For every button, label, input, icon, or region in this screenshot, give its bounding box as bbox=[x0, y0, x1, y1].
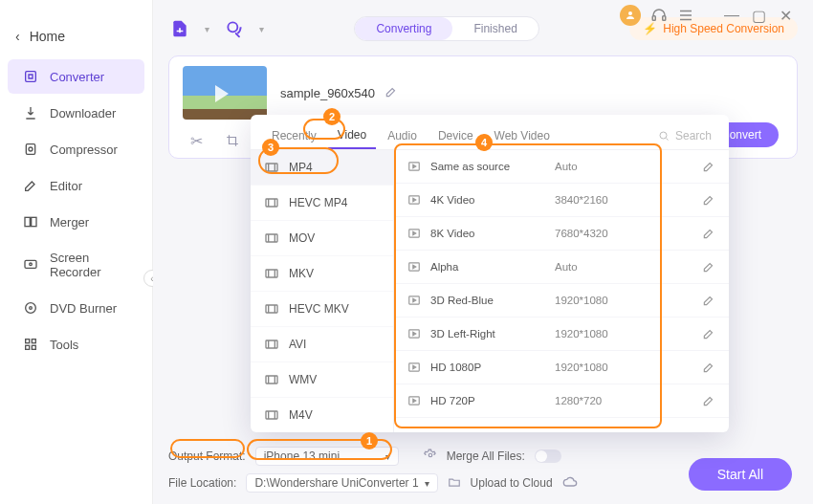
folder-icon[interactable] bbox=[448, 475, 461, 492]
svg-rect-12 bbox=[32, 345, 35, 349]
close-icon[interactable]: ✕ bbox=[777, 7, 794, 24]
status-tabs: Converting Finished bbox=[354, 16, 538, 41]
format-m4v[interactable]: M4V bbox=[251, 398, 393, 432]
tab-video[interactable]: Video bbox=[328, 122, 376, 149]
merge-label: Merge All Files: bbox=[447, 449, 525, 463]
edit-icon[interactable] bbox=[702, 327, 715, 340]
format-popover: Recently Video Audio Device Web Video Se… bbox=[251, 115, 729, 432]
format-hevc-mkv[interactable]: HEVC MKV bbox=[251, 292, 393, 327]
format-mkv[interactable]: MKV bbox=[251, 256, 393, 292]
settings-icon[interactable] bbox=[424, 449, 437, 465]
format-wmv[interactable]: WMV bbox=[251, 362, 393, 398]
search-input[interactable]: Search bbox=[658, 129, 717, 142]
annotation-badge-2: 2 bbox=[323, 108, 341, 125]
titlebar: — ▢ ✕ bbox=[608, 0, 805, 33]
format-list: MP4HEVC MP4MOVMKVHEVC MKVAVIWMVM4V bbox=[251, 150, 394, 432]
svg-point-2 bbox=[29, 147, 33, 151]
sidebar-item-converter[interactable]: Converter bbox=[8, 59, 144, 94]
sidebar-item-screen-recorder[interactable]: Screen Recorder bbox=[8, 241, 144, 289]
home-label: Home bbox=[30, 29, 65, 44]
resolution-row[interactable]: AlphaAuto bbox=[394, 251, 729, 284]
svg-point-16 bbox=[228, 22, 237, 32]
resolution-row[interactable]: 3D Red-Blue1920*1080 bbox=[394, 284, 729, 318]
chevron-down-icon: ▾ bbox=[425, 478, 429, 489]
svg-rect-11 bbox=[26, 345, 30, 349]
resolution-row[interactable]: Same as sourceAuto bbox=[394, 150, 729, 184]
format-hevc-mp4[interactable]: HEVC MP4 bbox=[251, 186, 393, 221]
sidebar-item-merger[interactable]: Merger bbox=[8, 205, 144, 239]
svg-rect-9 bbox=[26, 340, 30, 343]
play-icon bbox=[407, 227, 421, 240]
sidebar-item-editor[interactable]: Editor bbox=[8, 168, 144, 203]
file-name: sample_960x540 bbox=[280, 86, 375, 100]
cloud-icon[interactable] bbox=[562, 474, 578, 493]
svg-rect-4 bbox=[32, 217, 36, 226]
format-mov[interactable]: MOV bbox=[251, 221, 393, 256]
sidebar-item-tools[interactable]: Tools bbox=[8, 327, 144, 362]
play-icon bbox=[407, 160, 421, 173]
svg-rect-3 bbox=[25, 217, 30, 226]
headset-icon[interactable] bbox=[650, 7, 668, 24]
sidebar: ‹ Home ConverterDownloaderCompressorEdit… bbox=[0, 0, 153, 504]
chevron-down-icon[interactable]: ▾ bbox=[259, 24, 264, 34]
svg-point-6 bbox=[30, 263, 33, 266]
resolution-row[interactable]: 8K Video7680*4320 bbox=[394, 217, 729, 251]
resolution-list: Same as sourceAuto4K Video3840*21608K Vi… bbox=[394, 150, 729, 432]
svg-rect-15 bbox=[663, 16, 666, 21]
menu-icon[interactable] bbox=[677, 7, 694, 24]
play-icon bbox=[407, 361, 421, 374]
edit-icon[interactable] bbox=[702, 294, 715, 307]
annotation-badge-4: 4 bbox=[475, 134, 493, 151]
edit-icon[interactable] bbox=[702, 160, 715, 173]
svg-rect-1 bbox=[26, 144, 34, 155]
play-icon bbox=[407, 327, 421, 340]
sidebar-item-compressor[interactable]: Compressor bbox=[8, 132, 144, 166]
edit-icon[interactable] bbox=[702, 260, 715, 274]
edit-icon[interactable] bbox=[702, 227, 715, 240]
tab-device[interactable]: Device bbox=[428, 123, 483, 148]
play-icon bbox=[407, 193, 421, 207]
maximize-icon[interactable]: ▢ bbox=[750, 7, 767, 24]
edit-icon[interactable] bbox=[702, 361, 715, 374]
tab-audio[interactable]: Audio bbox=[378, 123, 427, 148]
avatar[interactable] bbox=[620, 5, 641, 26]
start-all-button[interactable]: Start All bbox=[689, 458, 792, 491]
resolution-row[interactable]: 4K Video3840*2160 bbox=[394, 184, 729, 217]
output-format-label: Output Format: bbox=[168, 449, 246, 463]
resolution-row[interactable]: HD 720P1280*720 bbox=[394, 384, 729, 418]
svg-rect-23 bbox=[266, 305, 277, 313]
svg-rect-24 bbox=[266, 340, 277, 348]
video-thumbnail[interactable] bbox=[183, 66, 267, 120]
resolution-row[interactable]: 3D Left-Right1920*1080 bbox=[394, 318, 729, 351]
edit-name-icon[interactable] bbox=[385, 85, 398, 101]
tab-converting[interactable]: Converting bbox=[355, 17, 452, 40]
back-home[interactable]: ‹ Home bbox=[0, 29, 152, 57]
svg-point-13 bbox=[628, 11, 632, 15]
sidebar-item-dvd-burner[interactable]: DVD Burner bbox=[8, 291, 144, 325]
add-file-button[interactable] bbox=[168, 17, 191, 40]
edit-icon[interactable] bbox=[702, 394, 715, 407]
edit-icon[interactable] bbox=[702, 193, 715, 207]
resolution-row[interactable]: HD 1080P1920*1080 bbox=[394, 351, 729, 384]
output-format-select[interactable]: iPhone 13 mini ▾ bbox=[255, 447, 399, 466]
svg-rect-22 bbox=[266, 270, 277, 277]
add-url-button[interactable] bbox=[223, 17, 246, 40]
trim-icon[interactable]: ✂ bbox=[188, 133, 204, 148]
tab-finished[interactable]: Finished bbox=[452, 17, 538, 40]
merge-toggle[interactable] bbox=[535, 449, 561, 463]
chevron-down-icon[interactable]: ▾ bbox=[205, 24, 209, 34]
svg-rect-5 bbox=[25, 260, 36, 268]
chevron-left-icon: ‹ bbox=[15, 29, 20, 44]
file-location-select[interactable]: D:\Wondershare UniConverter 1 ▾ bbox=[246, 473, 437, 493]
svg-rect-19 bbox=[266, 164, 277, 171]
crop-icon[interactable] bbox=[225, 133, 240, 148]
svg-point-8 bbox=[30, 307, 33, 310]
svg-rect-25 bbox=[266, 376, 277, 383]
annotation-badge-3: 3 bbox=[262, 139, 279, 156]
minimize-icon[interactable]: — bbox=[723, 7, 740, 24]
tab-web-video[interactable]: Web Video bbox=[485, 123, 560, 148]
sidebar-item-downloader[interactable]: Downloader bbox=[8, 96, 144, 130]
search-icon bbox=[658, 130, 670, 142]
upload-cloud-label: Upload to Cloud bbox=[471, 476, 553, 490]
format-avi[interactable]: AVI bbox=[251, 327, 393, 362]
